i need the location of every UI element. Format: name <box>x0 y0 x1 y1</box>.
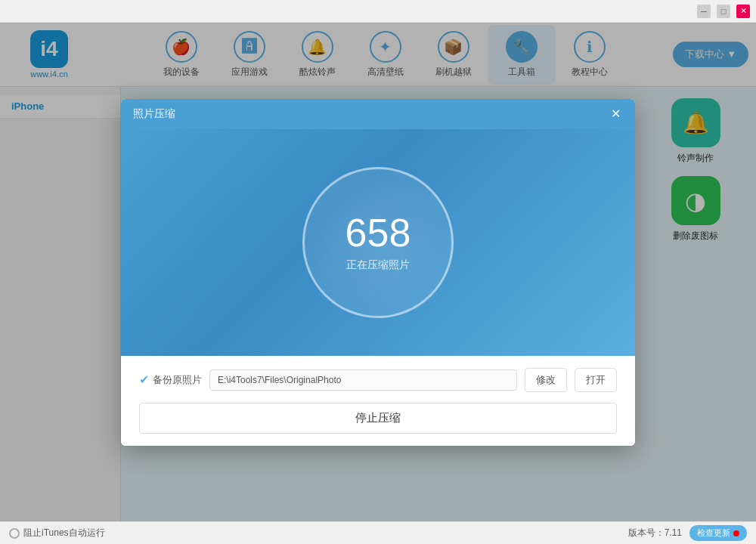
status-right: 版本号：7.11 检查更新 <box>628 525 747 541</box>
modify-button[interactable]: 修改 <box>525 368 567 392</box>
progress-number: 658 <box>345 213 411 252</box>
dialog-close-button[interactable]: ✕ <box>608 107 623 122</box>
status-left: 阻止iTunes自动运行 <box>9 527 105 539</box>
dialog-body: 658 正在压缩照片 <box>121 129 635 356</box>
dialog-title: 照片压缩 <box>133 107 175 121</box>
status-label: 阻止iTunes自动运行 <box>23 527 105 539</box>
update-dot <box>733 530 739 536</box>
stop-compress-button[interactable]: 停止压缩 <box>139 403 617 434</box>
progress-circle-container: 658 正在压缩照片 <box>302 167 454 318</box>
check-icon: ✔ <box>139 372 149 387</box>
dialog-title-bar: 照片压缩 ✕ <box>121 99 635 129</box>
path-label: ✔ 备份原照片 <box>139 372 202 387</box>
dialog-overlay: 照片压缩 ✕ 658 正在压缩照片 ✔ 备份原照片 修改 打开 停止压缩 <box>0 23 756 521</box>
maximize-button[interactable]: □ <box>717 5 730 18</box>
status-circle-icon <box>9 528 20 539</box>
dialog-footer: ✔ 备份原照片 修改 打开 停止压缩 <box>121 356 635 446</box>
path-input[interactable] <box>209 369 517 391</box>
close-button[interactable]: ✕ <box>736 5 750 18</box>
version-label: 版本号：7.11 <box>628 527 682 539</box>
progress-text: 正在压缩照片 <box>346 258 410 272</box>
minimize-button[interactable]: ─ <box>697 5 711 18</box>
photo-compress-dialog: 照片压缩 ✕ 658 正在压缩照片 ✔ 备份原照片 修改 打开 停止压缩 <box>121 99 635 446</box>
check-update-button[interactable]: 检查更新 <box>689 525 747 541</box>
progress-circle: 658 正在压缩照片 <box>302 167 454 318</box>
title-bar: ─ □ ✕ <box>0 0 756 23</box>
path-row: ✔ 备份原照片 修改 打开 <box>139 368 617 392</box>
open-button[interactable]: 打开 <box>575 368 617 392</box>
status-bar: 阻止iTunes自动运行 版本号：7.11 检查更新 <box>0 521 756 544</box>
